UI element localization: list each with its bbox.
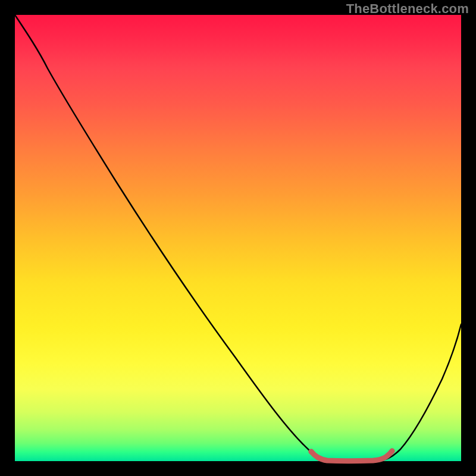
plot-area: [15, 15, 461, 461]
trough-marker-path: [311, 451, 392, 461]
curve-overlay: [15, 15, 461, 461]
trough-marker-dot-right: [390, 449, 395, 454]
chart-frame: TheBottleneck.com: [0, 0, 476, 476]
bottleneck-curve-path: [15, 15, 461, 461]
trough-marker-dot-left: [309, 449, 314, 455]
watermark-text: TheBottleneck.com: [346, 1, 469, 17]
